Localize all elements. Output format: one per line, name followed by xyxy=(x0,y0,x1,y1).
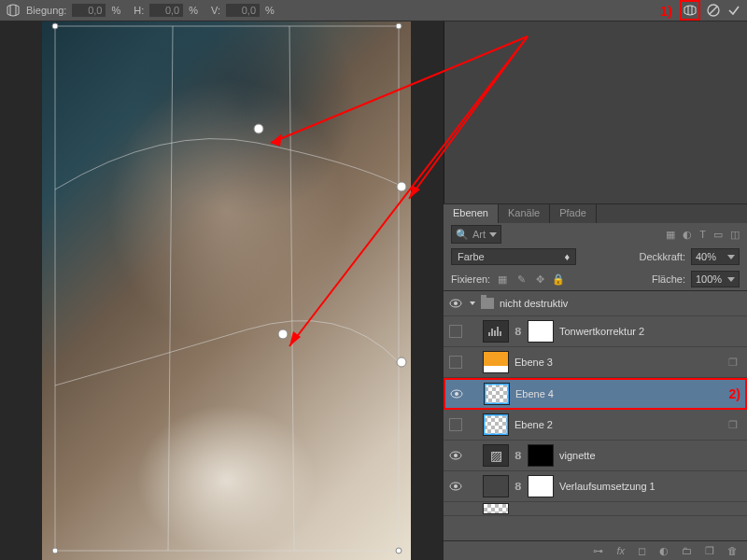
link-icon: 𝟴 xyxy=(514,481,522,493)
filter-shape-icon[interactable]: ▭ xyxy=(713,229,723,241)
layers-toolbar: ⊶ fx ◻ ◐ 🗀 ❐ 🗑 xyxy=(444,540,747,560)
layer-row[interactable]: ▨ 𝟴 vignette xyxy=(444,441,747,471)
fill-label: Fläche: xyxy=(652,273,685,285)
link-icon: 𝟴 xyxy=(514,326,522,338)
svg-point-22 xyxy=(455,392,458,396)
new-layer-icon[interactable]: ❐ xyxy=(705,545,714,557)
visibility-icon[interactable] xyxy=(449,418,462,431)
lock-transparency-icon[interactable]: ▦ xyxy=(496,273,509,286)
visibility-icon[interactable] xyxy=(449,502,462,515)
layer-thumb xyxy=(483,413,509,436)
adjustment-thumb xyxy=(483,320,509,343)
tab-paths[interactable]: Pfade xyxy=(550,204,597,223)
layer-group[interactable]: nicht destruktiv xyxy=(444,291,747,316)
options-bar: Biegung: 0,0 % H: 0,0 % V: 0,0 % 1) xyxy=(0,0,747,21)
adjustment-thumb xyxy=(483,475,509,497)
visibility-icon[interactable] xyxy=(449,480,462,493)
layer-filter[interactable]: 🔍 Art xyxy=(451,225,501,244)
svg-point-26 xyxy=(454,484,458,488)
layer-row[interactable]: Ebene 3 ❐ xyxy=(444,347,747,378)
annotation-1: 1) xyxy=(660,3,672,19)
h-value[interactable]: 0,0 xyxy=(149,4,183,17)
layer-row-selected[interactable]: Ebene 4 2) xyxy=(444,378,747,410)
layer-thumb xyxy=(484,383,510,405)
visibility-icon[interactable] xyxy=(449,297,462,310)
warp-mode-icon[interactable] xyxy=(680,0,700,21)
svg-point-24 xyxy=(454,454,458,457)
layer-row[interactable]: 𝟴 Tonwertkorrektur 2 xyxy=(444,316,747,347)
search-icon: 🔍 xyxy=(456,229,469,241)
layer-row[interactable]: Ebene 2 ❐ xyxy=(444,410,747,441)
fill-value[interactable]: 100% xyxy=(691,271,740,287)
copy-icon: ❐ xyxy=(728,357,738,369)
layer-thumb xyxy=(483,503,509,514)
adjustment-icon[interactable]: ◐ xyxy=(659,545,669,557)
expand-icon[interactable] xyxy=(470,301,475,305)
visibility-icon[interactable] xyxy=(450,387,463,400)
link-layers-icon[interactable]: ⊶ xyxy=(593,545,603,557)
opacity-value[interactable]: 40% xyxy=(691,248,740,265)
svg-point-20 xyxy=(454,301,458,305)
filter-smart-icon[interactable]: ◫ xyxy=(730,229,740,241)
warp-icon[interactable] xyxy=(6,3,21,18)
chevron-down-icon xyxy=(489,232,497,237)
adjustment-thumb: ▨ xyxy=(483,444,509,467)
delete-icon[interactable]: 🗑 xyxy=(727,545,738,557)
cancel-icon[interactable] xyxy=(706,3,721,18)
mask-thumb xyxy=(528,475,554,497)
mask-icon[interactable]: ◻ xyxy=(638,545,646,557)
mask-thumb xyxy=(528,320,554,343)
visibility-icon[interactable] xyxy=(449,449,462,462)
bend-value[interactable]: 0,0 xyxy=(72,4,106,17)
filter-type-icon[interactable]: T xyxy=(699,229,706,241)
mask-thumb xyxy=(528,444,554,467)
preview-panel xyxy=(444,21,747,203)
bend-label: Biegung: xyxy=(26,5,66,16)
v-value[interactable]: 0,0 xyxy=(226,4,260,17)
fx-icon[interactable]: fx xyxy=(616,545,625,557)
link-icon: 𝟴 xyxy=(514,450,522,462)
folder-icon xyxy=(481,298,494,309)
tab-channels[interactable]: Kanäle xyxy=(499,204,550,223)
commit-icon[interactable] xyxy=(726,3,741,18)
layer-thumb xyxy=(483,351,509,373)
canvas-area[interactable] xyxy=(0,21,444,560)
right-panels: Ebenen Kanäle Pfade 🔍 Art ▦ ◐ T ▭ ◫ xyxy=(444,21,747,560)
svg-line-1 xyxy=(710,7,717,14)
tab-layers[interactable]: Ebenen xyxy=(444,204,499,223)
layer-row[interactable] xyxy=(444,502,747,516)
opacity-label: Deckkraft: xyxy=(639,251,685,262)
visibility-icon[interactable] xyxy=(449,356,462,369)
group-icon[interactable]: 🗀 xyxy=(682,545,692,557)
layers-panel: Ebenen Kanäle Pfade 🔍 Art ▦ ◐ T ▭ ◫ xyxy=(444,203,747,560)
filter-adjust-icon[interactable]: ◐ xyxy=(683,229,692,241)
h-label: H: xyxy=(134,5,144,16)
v-label: V: xyxy=(211,5,220,16)
visibility-icon[interactable] xyxy=(449,325,462,338)
canvas-image xyxy=(42,21,411,560)
annotation-2: 2) xyxy=(729,386,740,401)
panel-tabs: Ebenen Kanäle Pfade xyxy=(444,204,747,223)
filter-pixel-icon[interactable]: ▦ xyxy=(666,229,675,241)
copy-icon: ❐ xyxy=(728,419,738,431)
lock-all-icon[interactable]: 🔒 xyxy=(552,273,565,286)
layer-row[interactable]: 𝟴 Verlaufsumsetzung 1 xyxy=(444,471,747,502)
blend-mode-select[interactable]: Farbe ♦ xyxy=(451,248,576,265)
layers-list: nicht destruktiv 𝟴 Tonwertkorrektur 2 xyxy=(444,290,747,540)
lock-label: Fixieren: xyxy=(451,273,490,285)
lock-position-icon[interactable]: ✥ xyxy=(533,273,546,286)
lock-pixels-icon[interactable]: ✎ xyxy=(514,273,528,286)
